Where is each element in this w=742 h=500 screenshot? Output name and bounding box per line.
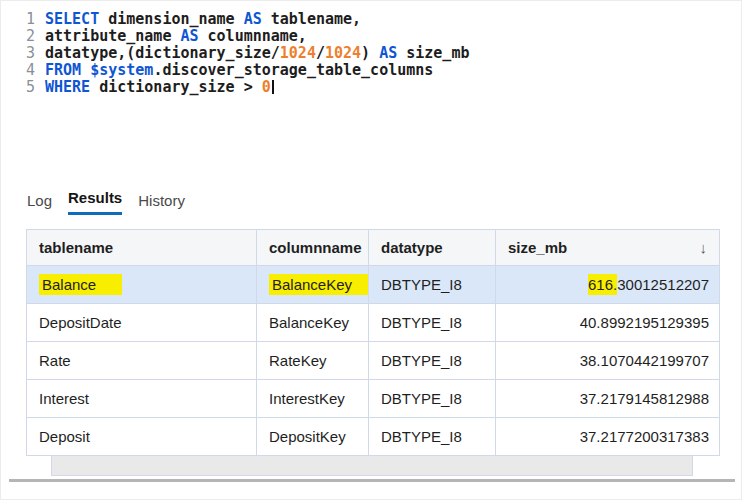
line-number: 5: [13, 79, 35, 96]
code-line[interactable]: 1SELECT dimension_name AS tablename,: [13, 11, 741, 28]
cell-datatype[interactable]: DBTYPE_I8: [369, 380, 496, 418]
cell-text: Rate: [39, 352, 71, 369]
table-row[interactable]: InterestInterestKeyDBTYPE_I837.217914581…: [27, 380, 720, 418]
cell-text: DepositDate: [39, 314, 122, 331]
line-number: 3: [13, 45, 35, 62]
table-row[interactable]: DepositDateBalanceKeyDBTYPE_I840.8992195…: [27, 304, 720, 342]
yellow-highlight: BalanceKey: [269, 274, 369, 295]
app-window: 1SELECT dimension_name AS tablename,2att…: [0, 0, 742, 500]
column-header-tablename[interactable]: tablename: [27, 230, 257, 266]
cell-datatype[interactable]: DBTYPE_I8: [369, 266, 496, 304]
yellow-highlight: Balance: [39, 274, 122, 295]
cell-text: 38.1070442199707: [580, 352, 709, 369]
cell-tablename[interactable]: Deposit: [27, 418, 257, 456]
cell-size_mb[interactable]: 37.2177200317383: [496, 418, 720, 456]
cell-columnname[interactable]: BalanceKey: [257, 304, 369, 342]
yellow-highlight: 616.: [588, 274, 617, 295]
partial-row: [51, 456, 693, 476]
table-row[interactable]: DepositDepositKeyDBTYPE_I837.21772003173…: [27, 418, 720, 456]
code-text: FROM $system.discover_storage_table_colu…: [45, 62, 433, 79]
cell-datatype[interactable]: DBTYPE_I8: [369, 418, 496, 456]
line-number: 1: [13, 11, 35, 28]
column-label: datatype: [381, 239, 443, 256]
cell-text: 37.2177200317383: [580, 428, 709, 445]
results-table: tablename columnname datatype size_mb ↓: [26, 229, 720, 456]
column-label: tablename: [39, 239, 113, 256]
cell-text: 40.8992195129395: [580, 314, 709, 331]
cell-size_mb[interactable]: 40.8992195129395: [496, 304, 720, 342]
line-number: 2: [13, 28, 35, 45]
cell-text: RateKey: [269, 352, 327, 369]
cell-text: 37.2179145812988: [580, 390, 709, 407]
cell-text: DepositKey: [269, 428, 346, 445]
column-header-columnname[interactable]: columnname: [257, 230, 369, 266]
column-header-datatype[interactable]: datatype: [369, 230, 496, 266]
code-line[interactable]: 4FROM $system.discover_storage_table_col…: [13, 62, 741, 79]
cell-tablename[interactable]: DepositDate: [27, 304, 257, 342]
tab-history[interactable]: History: [138, 192, 185, 215]
cell-text: Interest: [39, 390, 89, 407]
cell-text: InterestKey: [269, 390, 345, 407]
cell-text: Deposit: [39, 428, 90, 445]
code-line[interactable]: 5WHERE dictionary_size > 0: [13, 79, 741, 96]
sort-descending-icon[interactable]: ↓: [700, 239, 708, 256]
code-line[interactable]: 2attribute_name AS columnname,: [13, 28, 741, 45]
bottom-divider: [9, 479, 735, 482]
cell-text: DBTYPE_I8: [381, 352, 462, 369]
cell-text: BalanceKey: [269, 314, 349, 331]
column-label: size_mb: [508, 239, 567, 256]
text-cursor: [272, 80, 274, 94]
cell-text: DBTYPE_I8: [381, 390, 462, 407]
code-text: SELECT dimension_name AS tablename,: [45, 11, 361, 28]
code-line[interactable]: 3datatype,(dictionary_size/1024/1024) AS…: [13, 45, 741, 62]
cell-tablename[interactable]: Rate: [27, 342, 257, 380]
code-text: attribute_name AS columnname,: [45, 28, 307, 45]
tab-bar: Log Results History: [1, 183, 741, 215]
cell-columnname[interactable]: BalanceKey: [257, 266, 369, 304]
line-number: 4: [13, 62, 35, 79]
cell-columnname[interactable]: InterestKey: [257, 380, 369, 418]
cell-text: DBTYPE_I8: [381, 428, 462, 445]
cell-text: DBTYPE_I8: [381, 276, 462, 293]
tab-log[interactable]: Log: [27, 192, 52, 215]
column-header-size-mb[interactable]: size_mb ↓: [496, 230, 720, 266]
cell-size_mb[interactable]: 616.30012512207: [496, 266, 720, 304]
column-label: columnname: [269, 239, 362, 256]
cell-size_mb[interactable]: 38.1070442199707: [496, 342, 720, 380]
table-row[interactable]: BalanceBalanceKeyDBTYPE_I8616.3001251220…: [27, 266, 720, 304]
results-grid: tablename columnname datatype size_mb ↓: [26, 229, 717, 476]
cell-text: DBTYPE_I8: [381, 314, 462, 331]
cell-columnname[interactable]: RateKey: [257, 342, 369, 380]
code-text: WHERE dictionary_size > 0: [45, 79, 274, 96]
cell-tablename[interactable]: Interest: [27, 380, 257, 418]
table-row[interactable]: RateRateKeyDBTYPE_I838.1070442199707: [27, 342, 720, 380]
code-text: datatype,(dictionary_size/1024/1024) AS …: [45, 45, 469, 62]
cell-datatype[interactable]: DBTYPE_I8: [369, 342, 496, 380]
cell-size_mb[interactable]: 37.2179145812988: [496, 380, 720, 418]
cell-columnname[interactable]: DepositKey: [257, 418, 369, 456]
sql-editor[interactable]: 1SELECT dimension_name AS tablename,2att…: [1, 1, 741, 183]
results-body: BalanceBalanceKeyDBTYPE_I8616.3001251220…: [27, 266, 720, 456]
cell-tablename[interactable]: Balance: [27, 266, 257, 304]
cell-datatype[interactable]: DBTYPE_I8: [369, 304, 496, 342]
code-lines: 1SELECT dimension_name AS tablename,2att…: [13, 11, 741, 96]
header-row: tablename columnname datatype size_mb ↓: [27, 230, 720, 266]
cell-text: 30012512207: [617, 276, 709, 293]
tab-results[interactable]: Results: [68, 189, 122, 215]
